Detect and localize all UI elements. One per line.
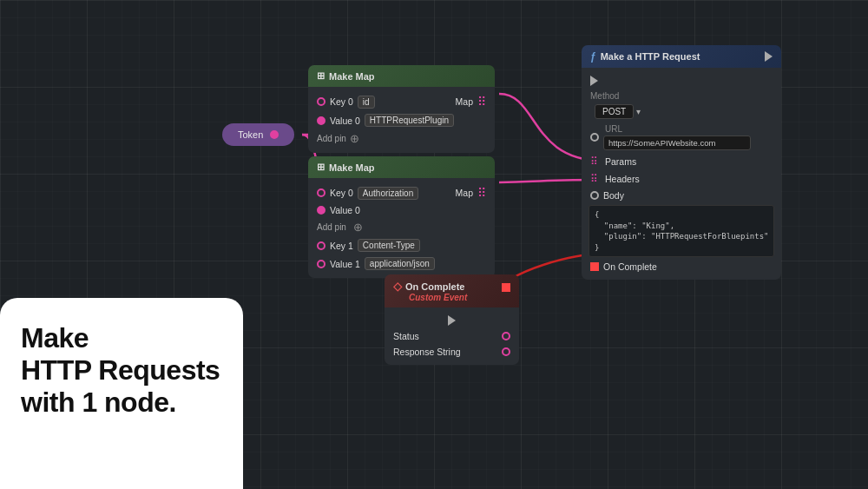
make-map-1-key0-row: Key 0 id Map ⠿ [308, 92, 495, 111]
key0-label: Key 0 [330, 188, 353, 198]
make-map-1-add-pin[interactable]: Add pin ⊕ [308, 129, 495, 148]
on-complete-label: On Complete [603, 261, 657, 272]
exec-output-pin [765, 51, 773, 62]
value1-badge: application/json [365, 257, 435, 270]
add-pin-label: Add pin [317, 222, 346, 232]
exec-input-pin [590, 76, 598, 86]
url-input[interactable] [603, 135, 751, 150]
map-label: Map [456, 188, 473, 198]
status-label: Status [393, 331, 419, 341]
body-code: { "name": "King", "plugin": "HTTPRequest… [589, 205, 774, 257]
make-map-1-title: Make Map [329, 71, 375, 82]
info-card-title: MakeHTTP Requestswith 1 node. [21, 322, 220, 418]
response-row: Response String [385, 344, 519, 360]
make-map-2-header: ⊞ Make Map [308, 156, 495, 178]
on-complete-header: ◇ On Complete Custom Event [385, 274, 519, 307]
on-complete-row: On Complete [582, 259, 781, 274]
make-map-1-header: ⊞ Make Map [308, 65, 495, 87]
exec-out-pin [448, 315, 456, 326]
make-map-2-node: ⊞ Make Map Key 0 Authorization Map ⠿ Val… [308, 156, 495, 278]
make-map-2-key0-row: Key 0 Authorization Map ⠿ [308, 183, 495, 202]
value0-badge: HTTPRequestPlugin [365, 114, 454, 127]
key0-value: Authorization [358, 187, 418, 200]
body-label-row: Body [582, 188, 781, 203]
info-card: MakeHTTP Requestswith 1 node. [0, 298, 243, 489]
status-output-pin [502, 332, 510, 340]
on-complete-body: Status Response String [385, 307, 519, 365]
headers-label: Headers [605, 174, 640, 184]
make-map-1-body: Key 0 id Map ⠿ Value 0 HTTPRequestPlugin… [308, 87, 495, 153]
exec-output-row [385, 313, 519, 328]
method-dropdown-icon[interactable]: ▾ [636, 107, 641, 116]
http-request-body: Method POST ▾ URL ⠿ Params ⠿ Headers [582, 68, 781, 280]
add-pin-icon: ⊕ [350, 132, 359, 145]
headers-grid-icon: ⠿ [590, 173, 598, 185]
value1-label: Value 1 [330, 259, 360, 269]
make-map-1-value0-row: Value 0 HTTPRequestPlugin [308, 111, 495, 129]
make-map-2-title: Make Map [329, 162, 375, 173]
make-map-1-icon: ⊞ [317, 70, 325, 82]
http-node-title: Make a HTTP Request [601, 51, 700, 62]
make-map-2-body: Key 0 Authorization Map ⠿ Value 0 Add pi… [308, 178, 495, 278]
map-output-pin: ⠿ [477, 186, 486, 200]
http-node-icon: ƒ [590, 50, 596, 63]
token-node: Token [222, 123, 294, 146]
http-request-header: ƒ Make a HTTP Request [582, 45, 781, 68]
key1-input-pin [317, 241, 326, 250]
params-grid-icon: ⠿ [590, 155, 598, 168]
params-label: Params [605, 156, 636, 167]
key0-label: Key 0 [330, 96, 353, 107]
make-map-2-add-pin-row[interactable]: Add pin ⊕ [308, 218, 495, 236]
make-map-2-value1-row: Value 1 application/json [308, 254, 495, 273]
key0-value: id [358, 96, 375, 109]
key0-input-pin [317, 97, 326, 106]
method-value: POST [595, 104, 634, 119]
map-label: Map [456, 96, 473, 107]
on-complete-pin [590, 262, 599, 271]
response-output-pin [502, 347, 510, 356]
on-complete-subtitle: Custom Event [393, 293, 467, 302]
exec-input-row [582, 73, 781, 89]
make-map-2-key1-row: Key 1 Content-Type [308, 236, 495, 254]
on-complete-node: ◇ On Complete Custom Event Status Respon… [385, 274, 519, 365]
make-map-2-icon: ⊞ [317, 162, 325, 173]
value0-input-pin [317, 116, 326, 125]
on-complete-icon: ◇ [393, 280, 402, 293]
response-label: Response String [393, 347, 461, 357]
method-label: Method [582, 89, 781, 102]
on-complete-input-pin [502, 283, 510, 292]
status-row: Status [385, 328, 519, 344]
add-pin-label: Add pin [317, 134, 346, 143]
method-row: POST ▾ [582, 102, 781, 122]
make-map-1-node: ⊞ Make Map Key 0 id Map ⠿ Value 0 HTTPRe… [308, 65, 495, 153]
token-label: Token [238, 129, 263, 140]
http-request-node: ƒ Make a HTTP Request Method POST ▾ URL [582, 45, 781, 280]
body-input-pin [590, 191, 599, 200]
add-pin-icon: ⊕ [353, 221, 363, 234]
body-label: Body [603, 190, 624, 201]
map-output-pin: ⠿ [477, 95, 486, 109]
key1-label: Key 1 [330, 241, 353, 251]
url-input-pin [590, 133, 599, 142]
key1-value: Content-Type [358, 239, 420, 252]
token-output-pin [270, 130, 279, 139]
on-complete-title: On Complete [405, 281, 464, 292]
url-row: URL [582, 122, 781, 153]
value1-input-pin [317, 260, 326, 268]
key0-input-pin [317, 188, 326, 197]
headers-row: ⠿ Headers [582, 170, 781, 188]
url-label: URL [603, 124, 773, 135]
make-map-2-value0-row: Value 0 [308, 202, 495, 218]
value0-input-pin [317, 206, 326, 215]
value0-label: Value 0 [330, 205, 360, 215]
value0-label: Value 0 [330, 116, 360, 126]
params-row: ⠿ Params [582, 153, 781, 170]
